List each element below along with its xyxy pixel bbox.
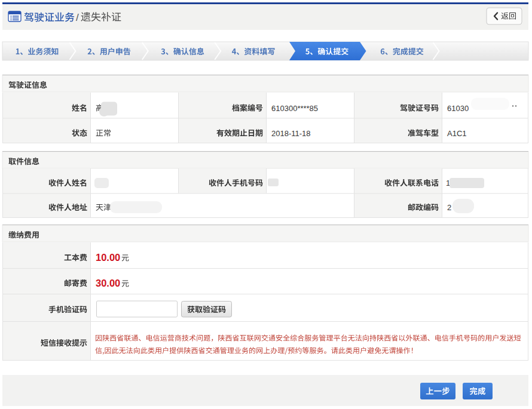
svg-text:30.00: 30.00	[96, 278, 120, 288]
svg-text:610300****85: 610300****85	[271, 104, 318, 113]
svg-text:2: 2	[447, 203, 451, 212]
svg-text:A1C1: A1C1	[447, 129, 467, 138]
svg-text:10.00: 10.00	[96, 252, 120, 263]
svg-text:61030: 61030	[447, 104, 469, 113]
svg-text:/: /	[76, 12, 79, 23]
svg-text:2018-11-18: 2018-11-18	[271, 129, 311, 138]
